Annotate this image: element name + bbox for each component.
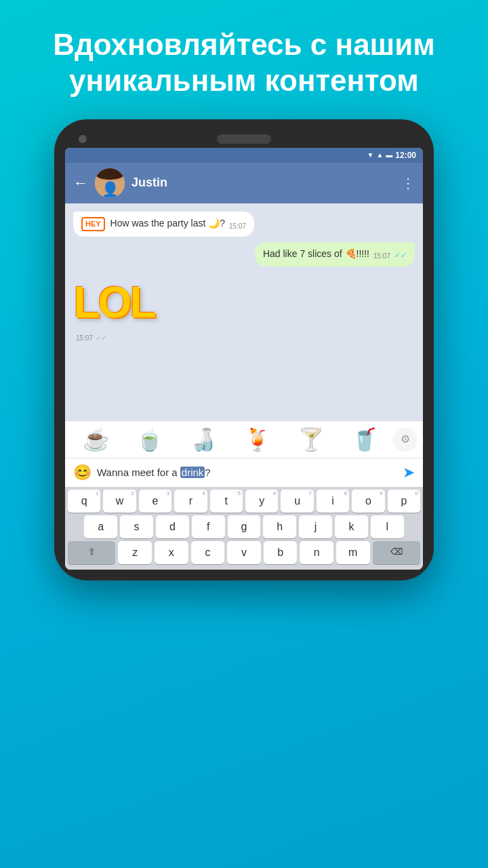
sticker-settings-button[interactable]: ⚙ [393,427,418,452]
sticker-juice[interactable]: 🍹 [232,427,283,452]
status-bar: ▼ ▲ ▬ 12:00 [65,148,423,163]
sticker-tea[interactable]: 🍵 [124,427,175,452]
key-k[interactable]: k [335,515,368,538]
key-backspace[interactable]: ⌫ [373,541,420,564]
key-c[interactable]: c [191,541,225,564]
keyboard: 1q 2w 3e 4r 5t 6y 7u 8i 9o 0p a s d f g … [65,487,423,570]
key-a[interactable]: a [84,515,117,538]
input-area: 😊 Wanna meet for a drink? ➤ [65,458,423,487]
phone-screen: ▼ ▲ ▬ 12:00 ← 👤 Justin ⋮ HEY [65,148,423,570]
autocomplete-suggestion[interactable]: drink [180,467,205,478]
key-m[interactable]: m [336,541,370,564]
key-z[interactable]: z [118,541,152,564]
battery-icon: ▬ [386,151,392,159]
sticker-bottle[interactable]: 🍶 [178,427,229,452]
key-w[interactable]: 2w [103,490,136,513]
key-b[interactable]: b [264,541,298,564]
input-text-after: ? [205,467,210,478]
status-time: 12:00 [395,151,416,160]
key-f[interactable]: f [192,515,225,538]
key-q[interactable]: 1q [68,490,100,513]
app-header: ← 👤 Justin ⋮ [65,163,423,203]
sticker-coffee[interactable]: ☕ [70,427,121,452]
key-d[interactable]: d [156,515,189,538]
keyboard-row-1: 1q 2w 3e 4r 5t 6y 7u 8i 9o 0p [68,490,420,513]
sticker-soda[interactable]: 🥤 [340,427,390,452]
key-shift[interactable]: ⇧ [68,541,115,564]
message-time-2: 15:07 [373,252,390,261]
front-camera [79,135,87,143]
message-text-1: HEY How was the party last 🌙? [81,217,225,231]
lol-check: ✓✓ [96,334,106,342]
message-check-2: ✓✓ [394,250,407,260]
key-h[interactable]: h [263,515,296,538]
send-button[interactable]: ➤ [403,464,415,481]
message-sent-1: Had like 7 slices of 🍕!!!!! 15:07 ✓✓ [255,242,415,267]
message-text-2: Had like 7 slices of 🍕!!!!! [263,248,369,261]
contact-name: Justin [131,176,394,190]
message-time-1: 15:07 [229,222,246,231]
back-button[interactable]: ← [73,174,88,192]
phone-mockup: ▼ ▲ ▬ 12:00 ← 👤 Justin ⋮ HEY [54,119,434,580]
input-text-before: Wanna meet for a [97,467,180,478]
wifi-icon: ▼ [367,151,373,159]
lol-time: 15:07 [76,334,93,342]
key-v[interactable]: v [227,541,261,564]
key-r[interactable]: 4r [174,490,207,513]
key-l[interactable]: l [371,515,404,538]
phone-top-hardware [65,130,423,148]
hey-sticker: HEY [81,217,105,231]
emoji-button[interactable]: 😊 [73,464,92,481]
key-u[interactable]: 7u [281,490,313,513]
promo-headline: Вдохновляйтесь с нашим уникальным контен… [12,0,476,119]
key-x[interactable]: x [155,541,188,564]
key-p[interactable]: 0p [388,490,420,513]
menu-button[interactable]: ⋮ [401,175,415,191]
key-e[interactable]: 3e [139,490,171,513]
lol-time-row: 15:07 ✓✓ [73,333,155,342]
keyboard-row-2: a s d f g h j k l [68,515,420,538]
signal-icon: ▲ [376,151,383,159]
key-y[interactable]: 6y [245,490,278,513]
key-t[interactable]: 5t [210,490,243,513]
key-o[interactable]: 9o [352,490,384,513]
status-icons: ▼ ▲ ▬ 12:00 [367,151,416,160]
key-i[interactable]: 8i [317,490,349,513]
key-n[interactable]: n [300,541,333,564]
contact-avatar: 👤 [95,168,125,198]
phone-speaker [217,134,271,144]
lol-sticker-container: LOL 15:07 ✓✓ [73,272,155,342]
sticker-panel: ☕ 🍵 🍶 🍹 🍸 🥤 ⚙ [65,420,423,458]
key-j[interactable]: j [299,515,332,538]
message-input[interactable]: Wanna meet for a drink? [97,467,397,478]
key-g[interactable]: g [228,515,261,538]
message-received-1: HEY How was the party last 🌙? 15:07 [73,212,254,237]
key-s[interactable]: s [120,515,153,538]
lol-sticker: LOL [73,272,155,333]
keyboard-row-3: ⇧ z x c v b n m ⌫ [68,541,420,564]
chat-area: HEY How was the party last 🌙? 15:07 Had … [65,203,423,420]
sticker-cocktail[interactable]: 🍸 [285,427,336,452]
